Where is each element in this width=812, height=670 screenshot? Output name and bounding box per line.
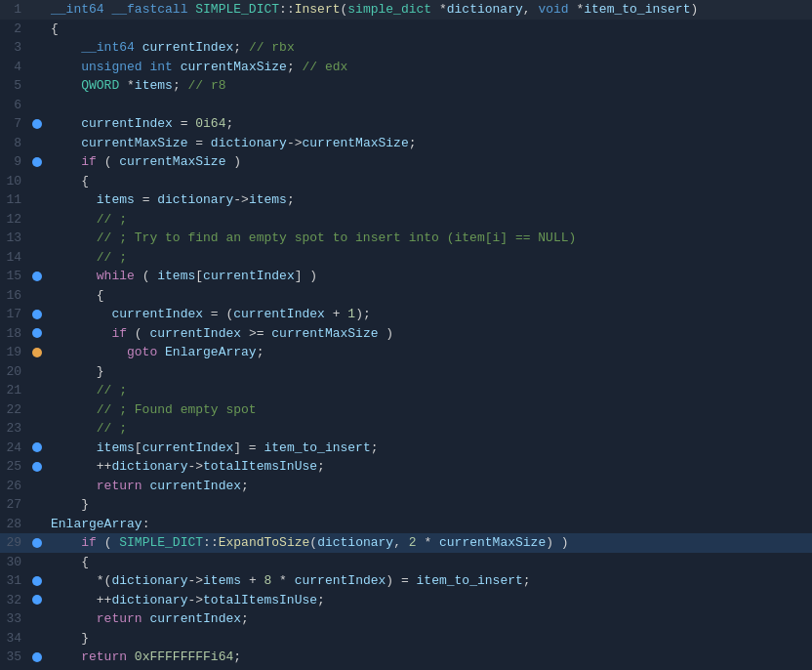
code-line-21: 21 // ; [0, 381, 812, 400]
breakpoint-35[interactable] [29, 652, 45, 662]
code-line-14: 14 // ; [0, 248, 812, 268]
line-num-28: 28 [0, 515, 29, 534]
line-num-35: 35 [0, 648, 29, 667]
line-content-7: currentIndex = 0i64; [45, 114, 233, 134]
line-content-29: if ( SIMPLE_DICT::ExpandToSize(dictionar… [45, 533, 569, 553]
breakpoint-31[interactable] [29, 576, 45, 586]
line-content-28: EnlargeArray: [45, 515, 149, 534]
code-line-35: 35 return 0xFFFFFFFFi64; [0, 648, 812, 667]
code-line-24: 24 items[currentIndex] = item_to_insert; [0, 439, 812, 458]
line-num-17: 17 [0, 305, 29, 324]
line-num-34: 34 [0, 629, 29, 649]
line-num-1: 1 [0, 0, 29, 20]
breakpoint-18[interactable] [29, 328, 45, 338]
line-num-24: 24 [0, 439, 29, 458]
breakpoint-17[interactable] [29, 310, 45, 319]
code-line-6: 6 [0, 96, 812, 115]
code-line-7: 7 currentIndex = 0i64; [0, 114, 812, 134]
line-num-18: 18 [0, 324, 29, 344]
line-num-6: 6 [0, 96, 29, 115]
code-line-1: 1 __int64 __fastcall SIMPLE_DICT::Insert… [0, 0, 812, 20]
breakpoint-19[interactable] [29, 348, 45, 357]
line-content-8: currentMaxSize = dictionary->currentMaxS… [45, 134, 417, 153]
line-content-6 [45, 96, 59, 115]
code-line-31: 31 *(dictionary->items + 8 * currentInde… [0, 571, 812, 591]
code-line-18: 18 if ( currentIndex >= currentMaxSize ) [0, 324, 812, 344]
code-line-25: 25 ++dictionary->totalItemsInUse; [0, 457, 812, 477]
line-content-25: ++dictionary->totalItemsInUse; [45, 457, 325, 477]
code-line-20: 20 } [0, 362, 812, 382]
line-content-36: } [45, 667, 59, 671]
code-line-29: 29 if ( SIMPLE_DICT::ExpandToSize(dictio… [0, 533, 812, 553]
line-content-12: // ; [45, 210, 127, 230]
line-content-13: // ; Try to find an empty spot to insert… [45, 229, 576, 248]
breakpoint-32[interactable] [29, 595, 45, 605]
code-line-2: 2 { [0, 20, 812, 39]
breakpoint-9[interactable] [29, 157, 45, 167]
line-num-14: 14 [0, 248, 29, 268]
breakpoint-29[interactable] [29, 538, 45, 548]
line-content-9: if ( currentMaxSize ) [45, 152, 241, 172]
line-num-4: 4 [0, 58, 29, 77]
code-line-28: 28 EnlargeArray: [0, 515, 812, 534]
code-line-16: 16 { [0, 286, 812, 306]
line-content-18: if ( currentIndex >= currentMaxSize ) [45, 324, 393, 344]
line-content-17: currentIndex = (currentIndex + 1); [45, 305, 371, 324]
line-content-31: *(dictionary->items + 8 * currentIndex) … [45, 571, 531, 591]
line-content-35: return 0xFFFFFFFFi64; [45, 648, 241, 667]
line-num-23: 23 [0, 419, 29, 439]
line-num-7: 7 [0, 114, 29, 134]
line-num-15: 15 [0, 267, 29, 286]
line-content-21: // ; [45, 381, 127, 400]
code-line-15: 15 while ( items[currentIndex] ) [0, 267, 812, 286]
line-content-11: items = dictionary->items; [45, 190, 295, 210]
line-content-30: { [45, 553, 89, 572]
code-line-33: 33 return currentIndex; [0, 609, 812, 629]
breakpoint-15[interactable] [29, 272, 45, 281]
breakpoint-24[interactable] [29, 442, 45, 452]
line-num-21: 21 [0, 381, 29, 400]
line-num-5: 5 [0, 76, 29, 96]
code-line-30: 30 { [0, 553, 812, 572]
code-editor: 1 __int64 __fastcall SIMPLE_DICT::Insert… [0, 0, 812, 670]
line-num-19: 19 [0, 343, 29, 362]
line-content-27: } [45, 495, 89, 515]
line-num-3: 3 [0, 38, 29, 58]
line-num-13: 13 [0, 229, 29, 248]
code-line-9: 9 if ( currentMaxSize ) [0, 152, 812, 172]
line-content-32: ++dictionary->totalItemsInUse; [45, 591, 325, 610]
line-num-2: 2 [0, 20, 29, 39]
line-num-8: 8 [0, 134, 29, 153]
line-num-11: 11 [0, 190, 29, 210]
code-line-10: 10 { [0, 172, 812, 191]
code-line-13: 13 // ; Try to find an empty spot to ins… [0, 229, 812, 248]
line-num-9: 9 [0, 152, 29, 172]
line-num-29: 29 [0, 533, 29, 553]
line-content-4: unsigned int currentMaxSize; // edx [45, 58, 347, 77]
line-content-33: return currentIndex; [45, 609, 249, 629]
code-line-11: 11 items = dictionary->items; [0, 190, 812, 210]
code-line-3: 3 __int64 currentIndex; // rbx [0, 38, 812, 58]
line-content-16: { [45, 286, 104, 306]
code-line-23: 23 // ; [0, 419, 812, 439]
line-content-1: __int64 __fastcall SIMPLE_DICT::Insert(s… [45, 0, 698, 20]
line-num-12: 12 [0, 210, 29, 230]
line-num-31: 31 [0, 571, 29, 591]
breakpoint-7[interactable] [29, 119, 45, 129]
code-line-4: 4 unsigned int currentMaxSize; // edx [0, 58, 812, 77]
line-content-5: QWORD *items; // r8 [45, 76, 226, 96]
code-line-22: 22 // ; Found empty spot [0, 400, 812, 420]
line-num-26: 26 [0, 477, 29, 496]
code-line-8: 8 currentMaxSize = dictionary->currentMa… [0, 134, 812, 153]
line-content-26: return currentIndex; [45, 477, 249, 496]
line-num-10: 10 [0, 172, 29, 191]
code-line-27: 27 } [0, 495, 812, 515]
breakpoint-25[interactable] [29, 462, 45, 472]
line-content-15: while ( items[currentIndex] ) [45, 267, 317, 286]
code-line-5: 5 QWORD *items; // r8 [0, 76, 812, 96]
code-line-17: 17 currentIndex = (currentIndex + 1); [0, 305, 812, 324]
line-content-23: // ; [45, 419, 127, 439]
line-num-16: 16 [0, 286, 29, 306]
line-num-25: 25 [0, 457, 29, 477]
line-content-19: goto EnlargeArray; [45, 343, 264, 362]
